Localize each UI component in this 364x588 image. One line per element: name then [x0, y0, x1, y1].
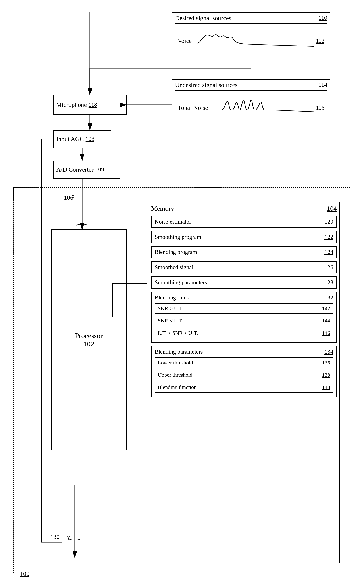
smoothing-params-label: Smoothing parameters: [155, 279, 207, 286]
undesired-signal-title: Undesired signal sources: [175, 81, 237, 89]
ad-converter-ref: 109: [95, 166, 104, 173]
rule-lt-snr-ut-ref: 146: [322, 330, 330, 336]
smoothing-params-box: Smoothing parameters 128: [151, 277, 337, 289]
microphone-box: Microphone 118: [53, 95, 127, 115]
processor-label: Processor 102: [75, 332, 103, 348]
upper-threshold-label: Upper threshold: [158, 372, 192, 378]
input-agc-ref: 108: [86, 136, 94, 142]
blending-rules-group: Blending rules 132 SNR > U.T. 142 SNR < …: [151, 292, 337, 343]
lower-threshold-label: Lower threshold: [158, 360, 193, 366]
microphone-ref: 118: [89, 102, 97, 108]
rule-snr-gt-ut-label: SNR > U.T.: [158, 305, 183, 311]
blending-program-box: Blending program 124: [151, 246, 337, 258]
y-ref: 130: [50, 533, 60, 540]
rule-snr-lt-lt-ref: 144: [322, 318, 330, 324]
smoothing-program-ref: 122: [325, 234, 333, 240]
rule-snr-lt-lt-label: SNR < L.T.: [158, 318, 183, 324]
microphone-label: Microphone: [56, 101, 87, 109]
blending-params-label: Blending parameters: [155, 349, 203, 355]
ad-converter-label: A/D Converter: [56, 166, 93, 173]
rule-lt-snr-ut-label: L.T. < SNR < U.T.: [158, 330, 198, 336]
blending-function-label: Blending function: [158, 384, 197, 390]
voice-label: Voice: [178, 37, 192, 44]
blending-function-box: Blending function 140: [155, 382, 333, 393]
memory-box: Memory 104 Noise estimator 120 Smoothing…: [148, 201, 340, 563]
memory-title: Memory: [151, 205, 174, 212]
smoothing-program-box: Smoothing program 122: [151, 231, 337, 243]
desired-signal-title: Desired signal sources: [175, 14, 231, 22]
undesired-signal-ref: 114: [319, 81, 327, 89]
blending-params-group: Blending parameters 134 Lower threshold …: [151, 346, 337, 397]
x-label: x: [72, 192, 75, 200]
undesired-signal-box: Undesired signal sources 114 Tonal Noise…: [172, 79, 330, 135]
tonal-waveform: [210, 99, 314, 117]
lower-threshold-ref: 136: [322, 360, 330, 366]
rule-lt-snr-ut: L.T. < SNR < U.T. 146: [155, 328, 333, 338]
voice-ref: 112: [316, 38, 325, 44]
system-ref: 100: [20, 570, 29, 577]
smoothed-signal-label: Smoothed signal: [155, 264, 194, 271]
y-label: y: [67, 533, 70, 541]
blending-function-ref: 140: [322, 384, 330, 390]
desired-signal-box: Desired signal sources 110 Voice 112: [172, 12, 330, 68]
voice-waveform: [194, 32, 314, 50]
tonal-label: Tonal Noise: [178, 104, 208, 111]
rule-snr-gt-ut: SNR > U.T. 142: [155, 303, 333, 314]
smoothing-params-ref: 128: [325, 279, 333, 286]
lower-threshold-box: Lower threshold 136: [155, 357, 333, 368]
smoothed-signal-ref: 126: [325, 264, 333, 271]
noise-estimator-label: Noise estimator: [155, 219, 191, 225]
tonal-inner-box: Tonal Noise 116: [175, 90, 327, 125]
blending-program-ref: 124: [325, 249, 333, 256]
processor-box: Processor 102: [51, 229, 127, 450]
tonal-ref: 116: [316, 104, 325, 111]
blending-params-ref: 134: [325, 349, 333, 355]
smoothing-program-label: Smoothing program: [155, 234, 201, 240]
blending-program-label: Blending program: [155, 249, 197, 256]
noise-estimator-box: Noise estimator 120: [151, 216, 337, 228]
system-box: Processor 102 Memory 104 Noise estimator…: [13, 187, 350, 574]
ad-converter-box: A/D Converter 109: [53, 161, 120, 179]
memory-ref: 104: [327, 205, 337, 212]
input-agc-box: Input AGC 108: [53, 130, 111, 148]
y-ref-label: 130: [50, 533, 60, 541]
rule-snr-gt-ut-ref: 142: [322, 305, 330, 311]
smoothed-signal-box: Smoothed signal 126: [151, 261, 337, 273]
voice-inner-box: Voice 112: [175, 23, 327, 58]
noise-estimator-ref: 120: [325, 219, 333, 225]
upper-threshold-ref: 138: [322, 372, 330, 378]
upper-threshold-box: Upper threshold 138: [155, 370, 333, 380]
diagram: Desired signal sources 110 Voice 112 Und…: [0, 0, 364, 588]
blending-rules-ref: 132: [325, 294, 333, 301]
blending-rules-label: Blending rules: [155, 294, 188, 301]
desired-signal-ref: 110: [319, 14, 327, 22]
rule-snr-lt-lt: SNR < L.T. 144: [155, 316, 333, 326]
input-agc-label: Input AGC: [56, 136, 84, 142]
